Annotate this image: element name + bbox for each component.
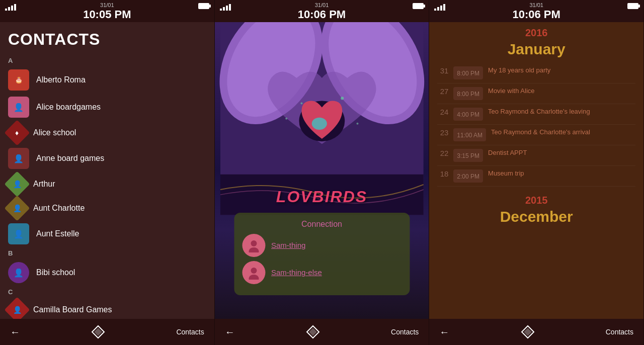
avatar-aunt-estelle: 👤 xyxy=(8,223,29,244)
connection-name-2[interactable]: Sam-thing-else xyxy=(271,268,322,277)
connection-box: Connection Sam-thing Sam-thing-else xyxy=(234,213,410,295)
avatar-camilla: 👤 xyxy=(5,297,30,319)
svg-point-17 xyxy=(249,275,259,280)
svg-point-15 xyxy=(249,247,259,252)
cal-desc-4: Dentist APPT xyxy=(488,149,635,157)
cal-day-1: 27 xyxy=(437,87,448,96)
cal-event-4[interactable]: 22 3:15 PM Dentist APPT xyxy=(437,145,635,166)
contact-item-alice-bg[interactable]: 👤 Alice boardgames xyxy=(0,94,214,121)
bottom-bar-1: ← Contacts xyxy=(0,319,214,345)
cal-day-4: 22 xyxy=(437,149,448,157)
status-date-2: 31/01 xyxy=(215,2,429,8)
avatar-aunt-charlotte: 👤 xyxy=(5,196,30,221)
cal-time-1: 8:00 PM xyxy=(457,91,479,98)
status-date-1: 31/01 xyxy=(0,2,214,8)
calendar-content[interactable]: 2016 January 31 8:00 PM My 18 years old … xyxy=(429,22,643,319)
connection-item-2[interactable]: Sam-thing-else xyxy=(242,261,401,284)
connection-avatar-1 xyxy=(242,234,265,257)
lovbirds-image: LOVBIRDS Connection Sam-thing Sam-thing-… xyxy=(215,22,429,319)
cal-desc-1: Movie with Alice xyxy=(488,87,635,96)
contact-name-alice-school: Alice school xyxy=(33,128,76,137)
back-arrow-2[interactable]: ← xyxy=(225,326,235,338)
cal-event-0[interactable]: 31 8:00 PM My 18 years old party xyxy=(437,63,635,83)
cal-time-3: 11:00 AM xyxy=(457,132,482,139)
cal-time-box-3: 11:00 AM xyxy=(453,128,486,141)
cal-time-5: 2:00 PM xyxy=(457,173,479,180)
cal-desc-2: Teo Raymond & Charlotte's leaving xyxy=(488,108,635,116)
lovbirds-panel: 31/01 10:06 PM xyxy=(215,0,430,345)
contact-item-aunt-charlotte[interactable]: 👤 Aunt Charlotte xyxy=(0,196,214,220)
contact-name-anne: Anne board games xyxy=(36,154,104,163)
cal-desc-3: Teo Raymond & Charlotte's arrival xyxy=(491,128,635,137)
cal-time-box-1: 8:00 PM xyxy=(453,87,483,100)
contact-name-camilla: Camilla Board Games xyxy=(33,305,112,314)
svg-point-16 xyxy=(251,268,257,274)
contact-item-anne[interactable]: 👤 Anne board games xyxy=(0,145,214,172)
contact-item-alice-school[interactable]: ♦ Alice school xyxy=(0,121,214,145)
contact-item-camilla[interactable]: 👤 Camilla Board Games xyxy=(0,298,214,319)
cal-time-box-0: 8:00 PM xyxy=(453,66,483,79)
cal-time-box-5: 2:00 PM xyxy=(453,169,483,183)
svg-point-14 xyxy=(251,240,257,246)
status-time-2: 10:06 PM xyxy=(215,8,429,21)
status-bar-3: 31/01 10:06 PM xyxy=(429,0,643,22)
svg-point-11 xyxy=(356,123,358,125)
cal-year-2016: 2016 xyxy=(437,27,635,39)
section-c: C xyxy=(0,286,214,298)
status-icons-2 xyxy=(413,3,424,9)
battery-icon-1 xyxy=(198,3,209,9)
svg-point-8 xyxy=(311,118,327,130)
cal-day-3: 23 xyxy=(437,128,448,137)
cal-month-dec: December xyxy=(437,208,635,225)
bottom-bar-3: ← Contacts xyxy=(429,319,643,345)
contacts-title: CONTACTS xyxy=(8,30,206,49)
cal-year-2015: 2015 xyxy=(437,195,635,206)
cal-time-0: 8:00 PM xyxy=(457,70,479,77)
cal-time-box-4: 3:15 PM xyxy=(453,149,483,162)
contact-name-alberto: Alberto Roma xyxy=(36,75,86,84)
avatar-alice-bg: 👤 xyxy=(8,97,29,118)
avatar-alberto: 🎂 xyxy=(8,69,29,91)
back-arrow-1[interactable]: ← xyxy=(10,326,20,338)
bottom-bar-2: ← Contacts xyxy=(215,319,429,345)
signal-icon-3 xyxy=(434,4,445,11)
contact-item-arthur[interactable]: 👤 Arthur xyxy=(0,172,214,196)
cal-time-box-2: 4:00 PM xyxy=(453,108,483,121)
contacts-panel: 31/01 10:05 PM CONTACTS A 🎂 Alberto Roma… xyxy=(0,0,215,345)
cal-month-january: January xyxy=(437,41,635,58)
avatar-bibi: 👤 xyxy=(8,262,29,283)
back-arrow-3[interactable]: ← xyxy=(439,326,449,338)
cal-desc-0: My 18 years old party xyxy=(488,66,635,75)
avatar-arthur: 👤 xyxy=(5,171,30,197)
svg-point-12 xyxy=(285,118,287,120)
contact-name-arthur: Arthur xyxy=(33,180,55,189)
contacts-label-1: Contacts xyxy=(176,328,204,336)
contacts-label-3: Contacts xyxy=(606,328,633,336)
signal-icon-1 xyxy=(5,4,16,11)
gem-icon-3[interactable] xyxy=(521,325,535,339)
signal-icon-2 xyxy=(220,4,231,11)
connection-name-1[interactable]: Sam-thing xyxy=(271,241,305,249)
contact-name-aunt-estelle: Aunt Estelle xyxy=(36,229,79,238)
cal-event-2[interactable]: 24 4:00 PM Teo Raymond & Charlotte's lea… xyxy=(437,104,635,125)
cal-desc-5: Museum trip xyxy=(488,169,635,178)
cal-time-4: 3:15 PM xyxy=(457,152,479,159)
contact-item-alberto[interactable]: 🎂 Alberto Roma xyxy=(0,66,214,94)
contacts-list[interactable]: A 🎂 Alberto Roma 👤 Alice boardgames ♦ Al… xyxy=(0,53,214,319)
contact-item-bibi[interactable]: 👤 Bibi school xyxy=(0,259,214,286)
contacts-header: CONTACTS xyxy=(0,22,214,53)
connection-title: Connection xyxy=(242,220,401,229)
cal-event-3[interactable]: 23 11:00 AM Teo Raymond & Charlotte's ar… xyxy=(437,125,635,145)
connection-item-1[interactable]: Sam-thing xyxy=(242,234,401,257)
connection-avatar-2 xyxy=(242,261,265,284)
gem-icon-2[interactable] xyxy=(306,325,320,339)
cal-event-5[interactable]: 18 2:00 PM Museum trip xyxy=(437,166,635,187)
status-icons-3 xyxy=(627,3,638,9)
cal-event-1[interactable]: 27 8:00 PM Movie with Alice xyxy=(437,83,635,104)
gem-icon-1[interactable] xyxy=(91,325,105,339)
svg-point-10 xyxy=(300,102,302,104)
contact-item-aunt-estelle[interactable]: 👤 Aunt Estelle xyxy=(0,220,214,247)
contacts-label-2: Contacts xyxy=(391,328,419,336)
status-bar-1: 31/01 10:05 PM xyxy=(0,0,214,22)
contact-name-aunt-charlotte: Aunt Charlotte xyxy=(33,204,85,213)
